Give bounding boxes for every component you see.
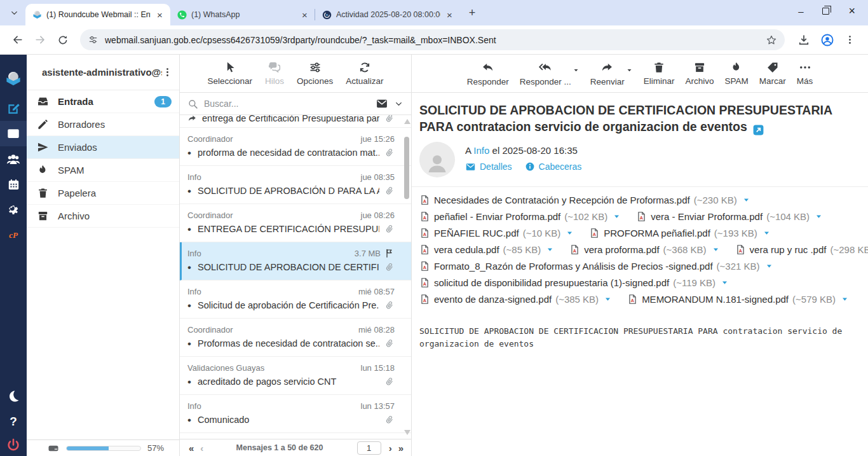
mail-nav-button[interactable] [0,121,27,146]
back-button[interactable] [8,31,27,50]
contacts-nav-button[interactable] [0,146,27,172]
restore-button[interactable] [822,8,829,15]
forward-caret-icon[interactable] [626,67,633,74]
page-number-input[interactable] [357,441,381,455]
delete-button[interactable]: Eliminar [644,61,675,86]
attachment-item[interactable]: MEMORANDUM N.181-signed.pdf (~579 KB) [627,294,849,305]
tab-close-icon[interactable]: × [444,10,455,20]
attachment-item[interactable]: solicitud de disponibilidad presupuestar… [419,277,729,288]
reload-button[interactable] [53,31,72,50]
recipient-link[interactable]: Info [473,145,489,156]
address-bar[interactable]: webmail.sanjuan.gob.ec/cpsess6426731059/… [80,29,785,50]
forward-button[interactable]: Reenviar [590,61,625,86]
message-row[interactable]: Coordinadormié 08:28•Proformas de necesi… [180,319,411,357]
attachment-item[interactable]: PROFORMA peñafiel.pdf (~193 KB) [589,228,771,238]
scrollbar-thumb[interactable] [404,137,409,199]
prev-page-button[interactable]: ‹ [200,443,202,453]
attachment-menu-caret-icon[interactable] [815,212,823,221]
headers-link[interactable]: Cabeceras [525,162,582,172]
new-tab-button[interactable]: + [464,4,480,21]
attachment-menu-caret-icon[interactable] [613,212,621,221]
attachment-menu-caret-icon[interactable] [566,229,574,237]
profile-avatar-icon[interactable] [820,33,834,47]
forward-button[interactable] [31,31,50,50]
folder-item-enviados[interactable]: Enviados [27,136,179,159]
attachment-menu-caret-icon[interactable] [712,245,720,254]
attachment-menu-caret-icon[interactable] [765,262,773,270]
mark-button[interactable]: Marcar [759,61,786,86]
threads-button[interactable]: Hilos [265,61,284,86]
scroll-down-icon[interactable] [404,430,410,435]
attachment-item[interactable]: peñafiel - Enviar Proforma.pdf (~102 KB) [419,211,621,222]
close-window-button[interactable]: × [848,4,855,18]
message-row[interactable]: Validaciones Guayaslun 15:18•acreditado … [180,357,411,395]
help-icon[interactable]: ? [0,409,27,434]
folder-item-spam[interactable]: SPAM [27,159,179,182]
reply-all-button[interactable]: Responder ... [520,61,571,86]
options-button[interactable]: Opciones [297,61,333,86]
next-page-button[interactable]: › [389,443,391,453]
attachment-item[interactable]: vera cedula.pdf (~85 KB) [419,244,554,255]
folder-item-entrada[interactable]: Entrada1 [27,90,179,113]
attachment-menu-caret-icon[interactable] [763,229,771,237]
message-row[interactable]: Infolun 13:57•Comunicado [180,395,411,433]
tab-close-icon[interactable]: × [299,10,310,20]
reply-button[interactable]: Responder [467,61,509,86]
tab-close-icon[interactable]: × [154,10,165,20]
dark-mode-moon-icon[interactable] [0,383,27,409]
message-row[interactable]: Infomié 08:57•Solicitud de aprobación de… [180,280,411,319]
minimize-button[interactable]: – [798,6,803,17]
calendar-nav-button[interactable] [0,172,27,197]
browser-menu-icon[interactable] [844,34,855,45]
attachment-item[interactable]: Necesidades de Contratación y Recepción … [419,195,750,205]
message-row[interactable]: Info3.7 MB•SOLICITUD DE APROBACION DE CE… [180,242,411,280]
settings-gear-icon[interactable] [0,197,27,223]
list-scrollbar[interactable] [403,116,410,438]
search-input[interactable] [204,99,370,109]
scroll-up-icon[interactable] [404,119,410,124]
attachment-item[interactable]: vera - Enviar Proforma.pdf (~104 KB) [636,211,823,222]
spam-button[interactable]: SPAM [725,61,749,86]
message-row[interactable]: Coordinadorjue 15:26•proforma de necesid… [180,128,411,166]
attachment-menu-caret-icon[interactable] [546,245,554,254]
archive-button[interactable]: Archivo [686,61,714,86]
browser-tab-roundcube[interactable]: (1) Roundcube Webmail :: Envia × [25,4,170,25]
attachment-menu-caret-icon[interactable] [742,196,750,204]
reply-all-caret-icon[interactable] [573,67,580,74]
refresh-button[interactable]: Actualizar [346,61,383,86]
folder-item-archivo[interactable]: Archivo [27,205,179,228]
account-menu-icon[interactable] [162,67,173,78]
details-link[interactable]: Detalles [465,162,512,172]
attachment-item[interactable]: vera rup y ruc .pdf (~298 KB) [735,244,868,255]
attachment-menu-caret-icon[interactable] [841,295,849,303]
attachment-item[interactable]: evento de danza-signed.pdf (~385 KB) [419,294,612,305]
url-text[interactable]: webmail.sanjuan.gob.ec/cpsess6426731059/… [105,35,759,45]
search-options-chevron-icon[interactable] [394,99,403,109]
folder-item-papelera[interactable]: Papelera [27,182,179,205]
last-page-button[interactable]: » [398,443,402,453]
attachment-menu-caret-icon[interactable] [721,279,729,287]
folder-item-borradores[interactable]: Borradores [27,113,179,136]
search-scope-envelope-icon[interactable] [376,97,388,110]
compose-button[interactable] [0,95,27,121]
message-row[interactable]: Coordinadorlun 13:25•Proformas de necesi… [180,433,411,439]
logout-power-icon[interactable] [0,434,27,456]
message-row[interactable]: Infojue 08:35•SOLICITUD DE APROBACIÓN D … [180,166,411,204]
browser-tab-whatsapp[interactable]: (1) WhatsApp × [170,4,315,25]
message-row[interactable]: entrega de Certificación Presupuestaria … [180,115,411,128]
select-button[interactable]: Seleccionar [208,61,253,86]
attachment-menu-caret-icon[interactable] [604,295,612,303]
more-button[interactable]: Más [797,61,813,86]
cpanel-icon[interactable]: cP [0,223,27,248]
tab-search-button[interactable] [5,4,23,22]
attachment-item[interactable]: Formato_8_Razón de Proformas y Análisis … [419,261,773,272]
browser-tab-actividad[interactable]: Actividad 2025-08-20 08:00:00 × [315,4,460,25]
bookmark-star-icon[interactable] [766,34,777,46]
attachment-item[interactable]: vera proforma.pdf (~368 KB) [569,244,719,255]
message-row[interactable]: Coordinadorjue 08:26•ENTREGA DE CERTIFIC… [180,204,411,242]
open-external-icon[interactable] [752,124,764,136]
attachment-item[interactable]: PEÑAFIEL RUC.pdf (~10 KB) [419,228,574,238]
downloads-icon[interactable] [797,34,810,46]
first-page-button[interactable]: « [189,443,193,453]
site-settings-icon[interactable] [88,34,98,45]
